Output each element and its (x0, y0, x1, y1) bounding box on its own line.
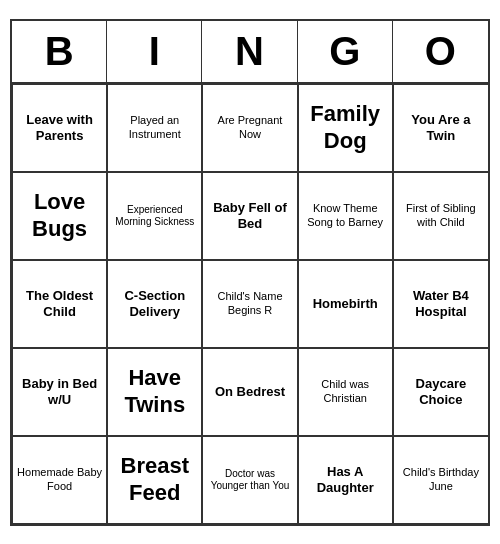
bingo-grid: Leave with ParentsPlayed an InstrumentAr… (12, 84, 488, 524)
bingo-cell-21[interactable]: Breast Feed (107, 436, 202, 524)
bingo-cell-4[interactable]: You Are a Twin (393, 84, 488, 172)
bingo-card: BINGO Leave with ParentsPlayed an Instru… (10, 19, 490, 526)
bingo-cell-13[interactable]: Homebirth (298, 260, 393, 348)
header-letter-o: O (393, 21, 488, 82)
cell-text-17: On Bedrest (215, 384, 285, 400)
bingo-cell-17[interactable]: On Bedrest (202, 348, 297, 436)
cell-text-11: C-Section Delivery (111, 288, 198, 319)
bingo-cell-16[interactable]: Have Twins (107, 348, 202, 436)
bingo-cell-11[interactable]: C-Section Delivery (107, 260, 202, 348)
cell-text-8: Know Theme Song to Barney (302, 202, 389, 228)
bingo-cell-1[interactable]: Played an Instrument (107, 84, 202, 172)
cell-text-24: Child's Birthday June (397, 466, 485, 492)
bingo-cell-22[interactable]: Doctor was Younger than You (202, 436, 297, 524)
bingo-cell-0[interactable]: Leave with Parents (12, 84, 107, 172)
bingo-cell-15[interactable]: Baby in Bed w/U (12, 348, 107, 436)
bingo-cell-7[interactable]: Baby Fell of Bed (202, 172, 297, 260)
bingo-cell-10[interactable]: The Oldest Child (12, 260, 107, 348)
cell-text-4: You Are a Twin (397, 112, 485, 143)
bingo-cell-20[interactable]: Homemade Baby Food (12, 436, 107, 524)
bingo-cell-12[interactable]: Child's Name Begins R (202, 260, 297, 348)
cell-text-5: Love Bugs (16, 189, 103, 242)
header-letter-i: I (107, 21, 202, 82)
cell-text-15: Baby in Bed w/U (16, 376, 103, 407)
bingo-cell-3[interactable]: Family Dog (298, 84, 393, 172)
cell-text-16: Have Twins (111, 365, 198, 418)
header-letter-n: N (202, 21, 297, 82)
cell-text-7: Baby Fell of Bed (206, 200, 293, 231)
bingo-header: BINGO (12, 21, 488, 84)
cell-text-23: Has A Daughter (302, 464, 389, 495)
cell-text-10: The Oldest Child (16, 288, 103, 319)
bingo-cell-2[interactable]: Are Pregnant Now (202, 84, 297, 172)
cell-text-12: Child's Name Begins R (206, 290, 293, 316)
cell-text-3: Family Dog (302, 101, 389, 154)
cell-text-14: Water B4 Hospital (397, 288, 485, 319)
bingo-cell-6[interactable]: Experienced Morning Sickness (107, 172, 202, 260)
cell-text-2: Are Pregnant Now (206, 114, 293, 140)
bingo-cell-8[interactable]: Know Theme Song to Barney (298, 172, 393, 260)
bingo-cell-23[interactable]: Has A Daughter (298, 436, 393, 524)
cell-text-9: First of Sibling with Child (397, 202, 485, 228)
bingo-cell-9[interactable]: First of Sibling with Child (393, 172, 488, 260)
cell-text-0: Leave with Parents (16, 112, 103, 143)
bingo-cell-19[interactable]: Daycare Choice (393, 348, 488, 436)
cell-text-13: Homebirth (313, 296, 378, 312)
bingo-cell-5[interactable]: Love Bugs (12, 172, 107, 260)
cell-text-1: Played an Instrument (111, 114, 198, 140)
bingo-cell-14[interactable]: Water B4 Hospital (393, 260, 488, 348)
cell-text-20: Homemade Baby Food (16, 466, 103, 492)
cell-text-19: Daycare Choice (397, 376, 485, 407)
cell-text-18: Child was Christian (302, 378, 389, 404)
header-letter-g: G (298, 21, 393, 82)
cell-text-22: Doctor was Younger than You (206, 468, 293, 492)
header-letter-b: B (12, 21, 107, 82)
bingo-cell-24[interactable]: Child's Birthday June (393, 436, 488, 524)
bingo-cell-18[interactable]: Child was Christian (298, 348, 393, 436)
cell-text-21: Breast Feed (111, 453, 198, 506)
cell-text-6: Experienced Morning Sickness (111, 204, 198, 228)
